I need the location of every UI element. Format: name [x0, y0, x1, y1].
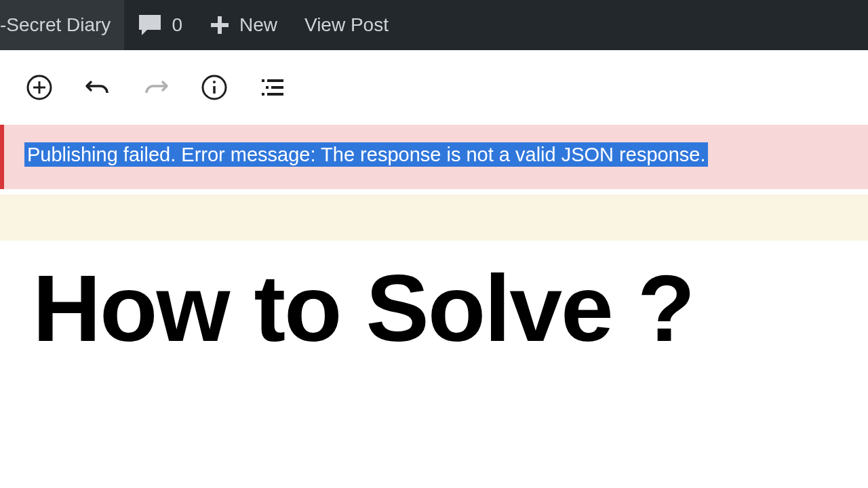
comments-link[interactable]: 0	[124, 0, 196, 50]
svg-rect-10	[266, 86, 269, 89]
site-title-link[interactable]: -Secret Diary	[0, 0, 124, 50]
outline-icon	[259, 74, 286, 101]
undo-icon	[84, 74, 111, 101]
svg-rect-11	[271, 86, 283, 89]
add-block-button[interactable]	[24, 73, 54, 102]
plus-icon	[210, 15, 230, 35]
outline-button[interactable]	[258, 73, 288, 102]
info-icon	[201, 74, 228, 101]
comments-icon	[138, 14, 162, 37]
info-button[interactable]	[199, 73, 229, 102]
view-post-link[interactable]: View Post	[291, 0, 402, 50]
svg-rect-8	[262, 79, 264, 82]
comments-count: 0	[172, 14, 182, 36]
content-strip	[0, 195, 868, 241]
svg-rect-1	[211, 23, 229, 27]
svg-rect-9	[267, 79, 283, 82]
headline-text: How to Solve ?	[0, 241, 868, 376]
new-content-link[interactable]: New	[196, 0, 291, 50]
error-notice: Publishing failed. Error message: The re…	[0, 125, 868, 189]
svg-point-6	[213, 81, 216, 83]
redo-button	[141, 73, 171, 102]
admin-bar: -Secret Diary 0 New View Post	[0, 0, 868, 50]
site-title-text: -Secret Diary	[0, 14, 111, 36]
plus-circle-icon	[26, 74, 53, 101]
editor-toolbar	[0, 50, 868, 125]
view-post-label: View Post	[304, 14, 389, 36]
error-message: Publishing failed. Error message: The re…	[24, 142, 708, 167]
svg-rect-13	[267, 93, 283, 96]
redo-icon	[142, 74, 170, 101]
undo-button[interactable]	[83, 73, 113, 102]
new-label: New	[239, 14, 277, 36]
svg-rect-12	[262, 93, 264, 96]
